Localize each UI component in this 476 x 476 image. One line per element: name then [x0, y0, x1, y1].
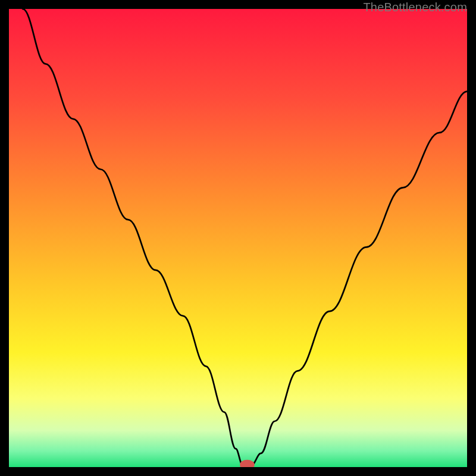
bottleneck-chart — [9, 9, 467, 467]
watermark-text: TheBottleneck.com — [363, 1, 467, 14]
heatmap-background — [9, 9, 467, 467]
chart-frame: TheBottleneck.com — [9, 9, 467, 467]
